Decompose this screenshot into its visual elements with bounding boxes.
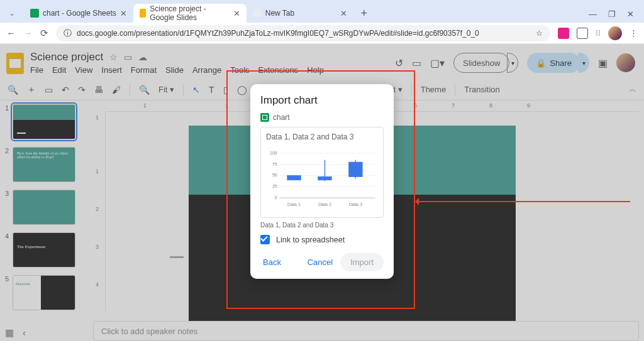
chart-preview-title: Data 1, Data 2 and Data 3 [266, 133, 378, 141]
redo-button[interactable]: ↷ [78, 85, 86, 95]
slide-thumbnail[interactable]: How does the density of an object affect… [13, 147, 75, 182]
slideshow-button[interactable]: Slideshow [453, 53, 509, 73]
annotation-arrow [416, 201, 630, 202]
grid-view-button[interactable]: ▦ [5, 327, 14, 338]
close-tab-icon[interactable]: ✕ [233, 9, 240, 18]
profile-avatar[interactable] [608, 26, 622, 40]
checkbox-checked-icon[interactable] [260, 235, 270, 244]
thumbnail-2[interactable]: 2 How does the density of an object affe… [3, 147, 86, 182]
menu-slide[interactable]: Slide [165, 65, 184, 75]
document-title[interactable]: Science project [30, 51, 103, 63]
minimize-button[interactable]: — [589, 9, 597, 19]
extension-icon[interactable] [577, 28, 588, 39]
print-button[interactable]: 🖶 [94, 85, 103, 95]
star-icon[interactable]: ☆ [536, 29, 543, 38]
svg-text:0: 0 [275, 195, 277, 200]
menu-edit[interactable]: Edit [52, 65, 66, 75]
close-tab-icon[interactable]: ✕ [340, 9, 347, 18]
link-to-spreadsheet-option[interactable]: Link to spreadsheet [260, 235, 384, 244]
shape-button[interactable]: ◯ [237, 85, 247, 95]
chart-source-row[interactable]: chart [260, 113, 384, 122]
menu-format[interactable]: Format [131, 65, 157, 75]
explore-button[interactable]: ‹ [23, 327, 26, 338]
reload-button[interactable]: ⟳ [40, 28, 48, 39]
paint-format-button[interactable]: 🖌 [112, 85, 121, 95]
present-icon[interactable]: ▣ [598, 57, 608, 69]
resize-handle-icon[interactable] [170, 256, 184, 258]
maximize-button[interactable]: ❐ [608, 9, 616, 19]
slideshow-options-button[interactable]: ▾ [507, 53, 518, 73]
thumbnail-1[interactable]: 1 [3, 104, 86, 139]
slide-thumbnail[interactable]: Materials [13, 275, 75, 310]
thumbnail-4[interactable]: 4 The Experiment [3, 232, 86, 268]
new-tab-button[interactable]: + [356, 5, 372, 21]
extensions-menu-icon[interactable]: ⁝⁝ [596, 28, 601, 38]
back-button[interactable]: Back [260, 254, 284, 271]
comments-icon[interactable]: ▭ [412, 57, 421, 69]
close-window-button[interactable]: ✕ [627, 9, 634, 19]
move-icon[interactable]: ▭ [124, 52, 132, 62]
close-tab-icon[interactable]: ✕ [120, 9, 127, 18]
meet-icon[interactable]: ▢▾ [430, 57, 445, 69]
menu-tools[interactable]: Tools [230, 65, 249, 75]
globe-favicon-icon [253, 9, 262, 18]
browser-tab-sheets[interactable]: chart - Google Sheets ✕ [24, 4, 133, 23]
menu-help[interactable]: Help [307, 65, 324, 75]
filmstrip[interactable]: 1 2 How does the density of an object af… [0, 100, 88, 316]
cancel-button[interactable]: Cancel [305, 254, 335, 271]
collapse-toolbar-button[interactable]: ︿ [629, 84, 636, 95]
slide-thumbnail[interactable] [13, 104, 75, 139]
menu-extensions[interactable]: Extensions [258, 65, 299, 75]
svg-rect-15 [349, 162, 362, 176]
thumbnail-3[interactable]: 3 [3, 190, 86, 225]
transition-button[interactable]: Transition [464, 85, 500, 94]
zoom-fit-select[interactable]: Fit ▾ [158, 85, 174, 94]
slides-favicon-icon [140, 9, 147, 18]
slide-thumbnail[interactable] [13, 190, 75, 225]
chart-caption: Data 1, Data 2 and Data 3 [260, 222, 384, 229]
image-button[interactable]: ▯ [223, 85, 228, 95]
address-field[interactable]: ⓘ docs.google.com/presentation/d/1FQMYtZ… [56, 25, 550, 41]
zoom-button[interactable]: 🔍 [139, 85, 150, 95]
tab-label: Science project - Google Slides [150, 4, 229, 22]
share-options-button[interactable]: ▾ [578, 53, 589, 73]
theme-button[interactable]: Theme [421, 85, 446, 94]
svg-text:Data 1: Data 1 [287, 202, 301, 207]
window-controls: — ❐ ✕ [589, 9, 640, 23]
browser-menu-button[interactable]: ⋮ [630, 28, 638, 38]
search-menus-icon[interactable]: 🔍 [8, 85, 18, 95]
import-button[interactable]: Import [340, 253, 384, 271]
speaker-notes-placeholder: Click to add speaker notes [101, 327, 197, 336]
browser-tab-slides[interactable]: Science project - Google Slides ✕ [133, 4, 247, 23]
select-tool-button[interactable]: ↖ [192, 85, 200, 95]
new-slide-button[interactable]: ＋ [27, 84, 36, 95]
share-button[interactable]: 🔒 Share [527, 53, 580, 73]
undo-button[interactable]: ↶ [62, 85, 69, 95]
new-slide-layout-button[interactable]: ▭ [45, 85, 53, 95]
menu-file[interactable]: File [30, 65, 43, 75]
history-icon[interactable]: ↺ [395, 57, 403, 69]
speaker-notes-field[interactable]: Click to add speaker notes [93, 321, 639, 341]
svg-text:75: 75 [272, 162, 277, 167]
browser-address-bar: ← → ⟳ ⓘ docs.google.com/presentation/d/1… [0, 23, 644, 44]
svg-text:100: 100 [270, 151, 277, 156]
browser-tab-strip: ⌄ chart - Google Sheets ✕ Science projec… [0, 0, 644, 23]
slide-thumbnail[interactable]: The Experiment [13, 232, 75, 268]
back-button[interactable]: ← [6, 28, 16, 38]
menu-arrange[interactable]: Arrange [192, 65, 221, 75]
link-label: Link to spreadsheet [276, 235, 345, 244]
menu-insert[interactable]: Insert [101, 65, 122, 75]
browser-tab[interactable]: ⌄ [4, 4, 24, 23]
thumbnail-5[interactable]: 5 Materials [3, 275, 86, 310]
browser-tab-newtab[interactable]: New Tab ✕ [247, 4, 353, 23]
chevron-down-icon: ⌄ [9, 9, 15, 18]
menu-view[interactable]: View [75, 65, 92, 75]
textbox-button[interactable]: T [209, 85, 214, 95]
chart-preview-card[interactable]: Data 1, Data 2 and Data 3 100 75 50 25 0 [260, 127, 384, 218]
extension-icon[interactable] [558, 28, 569, 39]
site-info-icon[interactable]: ⓘ [64, 28, 72, 39]
forward-button[interactable]: → [23, 28, 33, 38]
slides-logo-icon[interactable] [6, 53, 24, 74]
star-icon[interactable]: ☆ [109, 52, 118, 62]
account-avatar[interactable] [616, 53, 635, 72]
